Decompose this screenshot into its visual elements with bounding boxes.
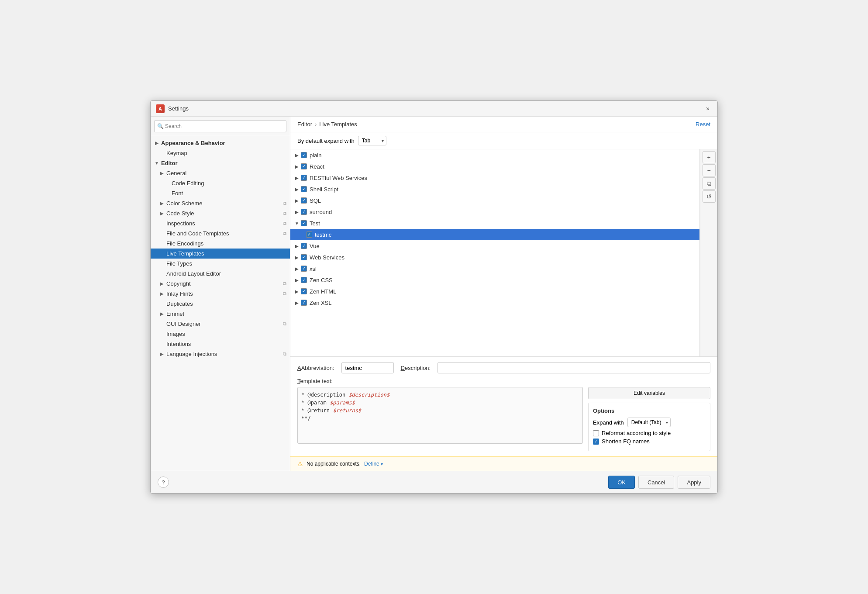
template-group-web-services[interactable]: ▶ Web Services xyxy=(290,252,699,263)
reformat-checkbox[interactable] xyxy=(593,430,599,436)
reset-button[interactable]: Reset xyxy=(696,121,710,128)
template-checkbox[interactable] xyxy=(301,175,307,181)
sidebar-item-intentions[interactable]: Intentions xyxy=(151,339,290,349)
reformat-checkbox-row: Reformat according to style xyxy=(593,430,706,436)
template-text-area[interactable]: * @description $description$ * @param $p… xyxy=(297,387,583,444)
sidebar-item-label: Live Templates xyxy=(166,250,204,257)
sidebar-item-live-templates[interactable]: Live Templates xyxy=(151,249,290,259)
settings-dialog: A Settings × 🔍 ▶ Appearance & Behavior xyxy=(150,100,718,494)
sidebar-item-color-scheme[interactable]: ▶ Color Scheme ⧉ xyxy=(151,198,290,208)
right-options: Edit variables Options Expand with Defau… xyxy=(588,387,710,451)
sidebar-item-label: General xyxy=(166,170,186,176)
apply-button[interactable]: Apply xyxy=(678,476,710,489)
copy-template-button[interactable]: ⧉ xyxy=(703,177,716,190)
template-checkbox[interactable] xyxy=(301,254,307,260)
shorten-fq-checkbox[interactable] xyxy=(593,439,599,445)
options-expand-with-select[interactable]: Default (Tab) xyxy=(627,418,671,427)
template-group-zen-xsl[interactable]: ▶ Zen XSL xyxy=(290,297,699,308)
template-group-vue[interactable]: ▶ Vue xyxy=(290,240,699,252)
sidebar-item-emmet[interactable]: ▶ Emmet xyxy=(151,309,290,319)
close-button[interactable]: × xyxy=(703,104,712,113)
options-expand-with-row: Expand with Default (Tab) ▾ xyxy=(593,418,706,427)
template-group-xsl[interactable]: ▶ xsl xyxy=(290,263,699,274)
template-group-zen-html[interactable]: ▶ Zen HTML xyxy=(290,286,699,297)
template-group-react[interactable]: ▶ React xyxy=(290,161,699,172)
template-group-sql[interactable]: ▶ SQL xyxy=(290,195,699,206)
bottom-panel: AAbbreviation: Description: Template tex… xyxy=(290,356,717,456)
edit-variables-button[interactable]: Edit variables xyxy=(588,387,710,399)
sidebar-item-label: Color Scheme xyxy=(166,200,202,207)
expand-arrow: ▼ xyxy=(154,161,159,166)
options-section: Options Expand with Default (Tab) ▾ xyxy=(588,403,710,451)
template-checkbox[interactable] xyxy=(301,163,307,169)
sidebar-item-font[interactable]: Font xyxy=(151,188,290,198)
sidebar-item-inspections[interactable]: Inspections ⧉ xyxy=(151,218,290,228)
template-checkbox[interactable] xyxy=(301,288,307,294)
sidebar-item-label: Inlay Hints xyxy=(166,290,193,297)
sidebar-item-file-types[interactable]: File Types xyxy=(151,259,290,269)
sidebar-item-keymap[interactable]: Keymap xyxy=(151,148,290,158)
template-group-plain[interactable]: ▶ plain xyxy=(290,149,699,161)
template-checkbox[interactable] xyxy=(301,197,307,204)
template-group-zen-css[interactable]: ▶ Zen CSS xyxy=(290,274,699,286)
template-checkbox[interactable] xyxy=(301,209,307,215)
template-checkbox[interactable] xyxy=(306,231,312,238)
sidebar-item-file-code-templates[interactable]: File and Code Templates ⧉ xyxy=(151,228,290,238)
description-input[interactable] xyxy=(437,362,710,373)
template-group-shell[interactable]: ▶ Shell Script xyxy=(290,183,699,195)
template-checkbox[interactable] xyxy=(301,277,307,283)
sidebar-item-code-editing[interactable]: Code Editing xyxy=(151,178,290,188)
search-input[interactable] xyxy=(154,120,286,132)
ok-button[interactable]: OK xyxy=(608,476,635,489)
sidebar-item-android-layout-editor[interactable]: Android Layout Editor xyxy=(151,269,290,279)
remove-template-button[interactable]: − xyxy=(703,164,716,176)
cancel-button[interactable]: Cancel xyxy=(638,476,674,489)
template-group-test[interactable]: ▼ Test xyxy=(290,218,699,229)
add-template-button[interactable]: + xyxy=(703,151,716,163)
expand-arrow xyxy=(159,221,165,226)
sidebar-item-inlay-hints[interactable]: ▶ Inlay Hints ⧉ xyxy=(151,289,290,299)
sidebar-item-copyright[interactable]: ▶ Copyright ⧉ xyxy=(151,279,290,289)
sidebar-item-file-encodings[interactable]: File Encodings xyxy=(151,238,290,249)
template-text-row: * @description $description$ * @param $p… xyxy=(297,387,710,451)
sidebar-item-label: File and Code Templates xyxy=(166,230,229,237)
abbreviation-input[interactable] xyxy=(341,362,394,373)
sidebar-item-language-injections[interactable]: ▶ Language Injections ⧉ xyxy=(151,349,290,359)
help-button[interactable]: ? xyxy=(158,477,169,488)
expand-with-dropdown-wrap: Tab Enter Space ▾ xyxy=(358,136,386,145)
copy-icon: ⧉ xyxy=(283,281,286,287)
group-arrow-icon: ▶ xyxy=(294,300,300,306)
template-group-surround[interactable]: ▶ surround xyxy=(290,206,699,218)
sidebar: 🔍 ▶ Appearance & Behavior Keymap ▼ xyxy=(151,117,290,471)
restore-template-button[interactable]: ↺ xyxy=(703,190,716,203)
expand-arrow xyxy=(165,181,170,186)
sidebar-item-appearance[interactable]: ▶ Appearance & Behavior xyxy=(151,138,290,148)
sidebar-item-label: Language Injections xyxy=(166,351,217,357)
template-group-restful[interactable]: ▶ RESTful Web Services xyxy=(290,172,699,183)
template-group-label: Web Services xyxy=(310,254,344,261)
template-checkbox[interactable] xyxy=(301,186,307,192)
group-arrow-icon: ▶ xyxy=(294,266,300,272)
breadcrumb-editor: Editor xyxy=(297,121,312,128)
define-link[interactable]: Define ▾ xyxy=(364,461,383,467)
template-checkbox[interactable] xyxy=(301,300,307,306)
copy-icon: ⧉ xyxy=(283,211,286,216)
title-bar: A Settings × xyxy=(151,101,717,117)
sidebar-item-editor[interactable]: ▼ Editor xyxy=(151,158,290,168)
expand-with-select[interactable]: Tab Enter Space xyxy=(358,136,386,145)
sidebar-item-duplicates[interactable]: Duplicates xyxy=(151,299,290,309)
sidebar-item-general[interactable]: ▶ General xyxy=(151,168,290,178)
template-checkbox[interactable] xyxy=(301,243,307,249)
template-group-label: Shell Script xyxy=(310,186,338,193)
sidebar-item-code-style[interactable]: ▶ Code Style ⧉ xyxy=(151,208,290,218)
expand-arrow: ▶ xyxy=(154,141,159,146)
sidebar-item-gui-designer[interactable]: GUI Designer ⧉ xyxy=(151,319,290,329)
template-checkbox[interactable] xyxy=(301,266,307,272)
group-arrow-icon: ▶ xyxy=(294,152,300,158)
sidebar-item-label: Intentions xyxy=(166,341,191,347)
template-checkbox[interactable] xyxy=(301,220,307,226)
sidebar-item-images[interactable]: Images xyxy=(151,329,290,339)
code-line-2: * @param $params$ xyxy=(301,399,579,407)
template-item-testmc[interactable]: testmc xyxy=(290,229,699,240)
template-checkbox[interactable] xyxy=(301,152,307,158)
